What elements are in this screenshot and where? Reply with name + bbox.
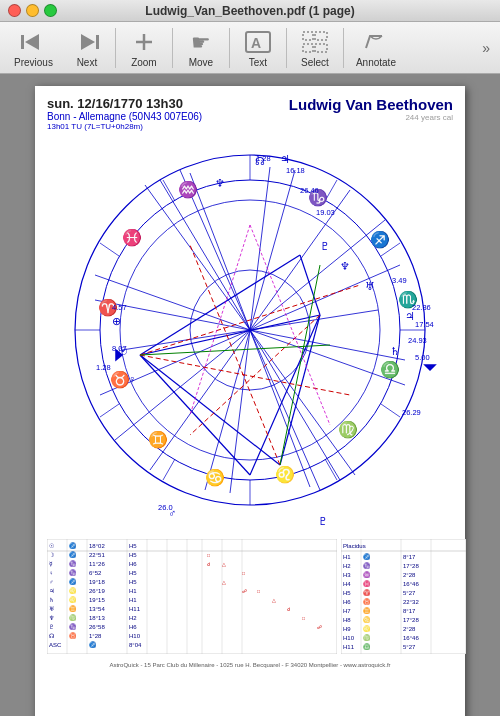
next-icon bbox=[71, 28, 103, 56]
svg-text:♄: ♄ bbox=[390, 345, 400, 357]
svg-text:△: △ bbox=[222, 561, 226, 567]
svg-text:26.0: 26.0 bbox=[158, 503, 173, 512]
svg-text:♀: ♀ bbox=[128, 373, 136, 385]
svg-text:♐: ♐ bbox=[370, 230, 390, 249]
move-icon: ☛ bbox=[185, 28, 217, 56]
svg-text:♇: ♇ bbox=[49, 624, 54, 630]
text-icon: A bbox=[242, 28, 274, 56]
previous-icon bbox=[17, 28, 49, 56]
svg-text:♅: ♅ bbox=[365, 280, 375, 292]
svg-text:H7: H7 bbox=[343, 608, 351, 614]
svg-marker-1 bbox=[25, 34, 39, 50]
svg-text:22°32: 22°32 bbox=[403, 599, 419, 605]
close-button[interactable] bbox=[8, 4, 21, 17]
svg-text:3.49: 3.49 bbox=[392, 276, 407, 285]
maximize-button[interactable] bbox=[44, 4, 57, 17]
svg-rect-10 bbox=[315, 32, 327, 40]
svg-text:1.28: 1.28 bbox=[256, 154, 271, 163]
svg-text:♍: ♍ bbox=[363, 634, 371, 642]
svg-text:19°18: 19°18 bbox=[89, 579, 105, 585]
svg-text:♄: ♄ bbox=[49, 597, 54, 603]
annotate-button[interactable]: Annotate bbox=[348, 26, 404, 70]
svg-text:△: △ bbox=[222, 579, 226, 585]
next-button[interactable]: Next bbox=[63, 26, 111, 70]
svg-text:5.26: 5.26 bbox=[316, 534, 331, 535]
svg-text:♌: ♌ bbox=[69, 587, 77, 595]
svg-text:H2: H2 bbox=[343, 563, 351, 569]
svg-text:H1: H1 bbox=[129, 588, 137, 594]
svg-text:11°26: 11°26 bbox=[89, 561, 105, 567]
svg-text:18°02: 18°02 bbox=[89, 543, 105, 549]
svg-text:♆: ♆ bbox=[49, 615, 54, 621]
annotate-icon bbox=[360, 28, 392, 56]
svg-text:19.03: 19.03 bbox=[316, 208, 335, 217]
svg-text:H6: H6 bbox=[129, 561, 137, 567]
svg-text:♐: ♐ bbox=[89, 641, 97, 649]
svg-text:ASC: ASC bbox=[49, 642, 62, 648]
svg-text:□: □ bbox=[242, 570, 245, 576]
svg-text:♒: ♒ bbox=[178, 180, 198, 199]
svg-text:22.36: 22.36 bbox=[412, 303, 431, 312]
person-time-detail: 13h01 TU (7L=TU+0h28m) bbox=[47, 122, 202, 131]
select-icon bbox=[299, 28, 331, 56]
zoom-button[interactable]: Zoom bbox=[120, 26, 168, 70]
svg-text:16°46: 16°46 bbox=[403, 635, 419, 641]
house-table-svg: Placidus H1♐8°17 H2♑17°28 H3♒2°28 H4♓16°… bbox=[341, 539, 466, 654]
svg-text:☽: ☽ bbox=[49, 552, 54, 558]
toolbar-expand[interactable]: » bbox=[478, 36, 494, 60]
svg-text:26°58: 26°58 bbox=[89, 624, 105, 630]
window-title: Ludwig_Van_Beethoven.pdf (1 page) bbox=[145, 4, 354, 18]
svg-text:17.54: 17.54 bbox=[415, 320, 434, 329]
svg-text:8.07: 8.07 bbox=[112, 344, 127, 353]
separator-1 bbox=[115, 28, 116, 68]
house-data-table: Placidus H1♐8°17 H2♑17°28 H3♒2°28 H4♓16°… bbox=[341, 539, 461, 658]
previous-button[interactable]: Previous bbox=[6, 26, 61, 70]
svg-text:☍: ☍ bbox=[242, 588, 247, 594]
select-label: Select bbox=[301, 57, 329, 68]
svg-text:☿: ☿ bbox=[49, 561, 53, 567]
svg-text:♍: ♍ bbox=[338, 420, 358, 439]
person-name: Ludwig Van Beethoven bbox=[289, 96, 453, 113]
text-label: Text bbox=[249, 57, 267, 68]
svg-text:H9: H9 bbox=[343, 626, 351, 632]
planet-table-svg: ☉♐18°02H5 ☽♐22°51H5 ☿♑11°26H6 ♀♑6°52H5 ♂… bbox=[47, 539, 337, 654]
svg-text:2°28: 2°28 bbox=[403, 626, 416, 632]
svg-text:♍: ♍ bbox=[69, 614, 77, 622]
select-button[interactable]: Select bbox=[291, 26, 339, 70]
svg-text:♊: ♊ bbox=[363, 607, 371, 615]
svg-text:♉: ♉ bbox=[363, 598, 371, 606]
svg-text:5°27: 5°27 bbox=[403, 590, 416, 596]
toolbar: Previous Next Zoom ☛ Move bbox=[0, 22, 500, 74]
main-content: sun. 12/16/1770 13h30 Bonn - Allemagne (… bbox=[0, 74, 500, 716]
page-header: sun. 12/16/1770 13h30 Bonn - Allemagne (… bbox=[47, 96, 453, 131]
svg-text:♊: ♊ bbox=[148, 430, 168, 449]
separator-4 bbox=[286, 28, 287, 68]
separator-2 bbox=[172, 28, 173, 68]
svg-text:H1: H1 bbox=[129, 597, 137, 603]
svg-text:19°15: 19°15 bbox=[89, 597, 105, 603]
svg-marker-104 bbox=[425, 365, 435, 370]
svg-text:♉: ♉ bbox=[69, 632, 77, 640]
window-controls[interactable] bbox=[8, 4, 57, 17]
svg-text:H11: H11 bbox=[129, 606, 141, 612]
annotate-label: Annotate bbox=[356, 57, 396, 68]
years-cat: 244 years cal bbox=[289, 113, 453, 122]
next-label: Next bbox=[77, 57, 98, 68]
svg-text:Placidus: Placidus bbox=[343, 543, 366, 549]
svg-text:♑: ♑ bbox=[69, 623, 77, 631]
svg-text:♑: ♑ bbox=[363, 562, 371, 570]
svg-text:2°28: 2°28 bbox=[403, 572, 416, 578]
zoom-label: Zoom bbox=[131, 57, 157, 68]
page-footer: AstroQuick - 15 Parc Club du Millenaire … bbox=[47, 662, 453, 668]
svg-text:♓: ♓ bbox=[122, 228, 142, 247]
svg-text:A: A bbox=[251, 35, 261, 51]
svg-text:H5: H5 bbox=[129, 570, 137, 576]
minimize-button[interactable] bbox=[26, 4, 39, 17]
move-button[interactable]: ☛ Move bbox=[177, 26, 225, 70]
text-button[interactable]: A Text bbox=[234, 26, 282, 70]
svg-text:5°27: 5°27 bbox=[403, 644, 416, 650]
svg-text:□: □ bbox=[257, 588, 260, 594]
svg-text:H5: H5 bbox=[129, 552, 137, 558]
svg-text:H6: H6 bbox=[129, 624, 137, 630]
svg-text:H6: H6 bbox=[343, 599, 351, 605]
